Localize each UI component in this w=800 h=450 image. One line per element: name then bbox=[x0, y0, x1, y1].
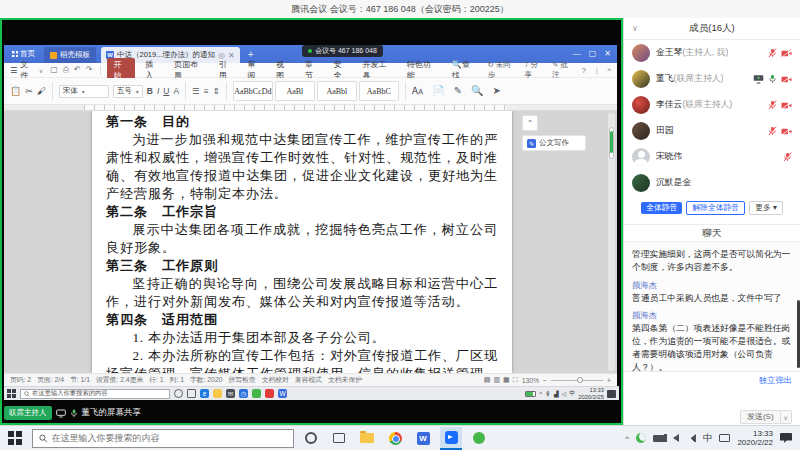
document-scrollbar[interactable] bbox=[608, 113, 615, 371]
status-compatibility-mode[interactable]: 兼容模式 bbox=[295, 375, 322, 385]
view-fullscreen-icon[interactable]: ⛶ bbox=[513, 376, 518, 384]
network-icon[interactable] bbox=[686, 434, 696, 442]
mic-muted-icon[interactable] bbox=[768, 48, 777, 58]
member-row[interactable]: 沉默是金 bbox=[624, 170, 800, 196]
taskbar-search-box[interactable] bbox=[32, 429, 294, 448]
text-tools-icon[interactable]: 🗛 bbox=[412, 85, 423, 97]
member-row[interactable]: 宋晓伟 bbox=[624, 144, 800, 170]
mic-muted-icon[interactable] bbox=[768, 100, 777, 110]
mail-icon[interactable]: ✉ bbox=[226, 389, 235, 398]
share-button[interactable]: ⤴ 分享 bbox=[525, 60, 545, 80]
file-explorer-button[interactable] bbox=[356, 427, 378, 450]
green-app-icon[interactable] bbox=[252, 389, 261, 398]
sync-status[interactable]: ↻ 未同步 bbox=[487, 60, 517, 80]
action-center-icon[interactable] bbox=[607, 390, 616, 398]
style-chip-heading3[interactable]: AaBbC bbox=[359, 81, 399, 101]
document-page[interactable]: 第一条 目的 为进一步加强和规范中达集团宣传工作，维护宣传工作的严肃性和权威性，… bbox=[92, 111, 512, 373]
tray-expand-icon[interactable]: ^ bbox=[625, 434, 629, 443]
more-button[interactable]: 更多 ▾ bbox=[749, 201, 783, 216]
edge-icon[interactable]: e bbox=[200, 389, 209, 398]
task-view-button[interactable] bbox=[328, 427, 350, 450]
member-row[interactable]: 董飞(联席主持人) bbox=[624, 66, 800, 92]
send-button[interactable]: 发送(S) bbox=[740, 410, 781, 424]
shared-clock[interactable]: 13:33 2020/2/25 bbox=[578, 387, 604, 400]
green-app-button[interactable] bbox=[468, 427, 490, 450]
close-button[interactable]: ✕ bbox=[604, 50, 611, 58]
wps-button[interactable]: W bbox=[412, 427, 434, 450]
wps-docer-tab[interactable]: 稻壳模板 bbox=[44, 47, 96, 63]
tencent-meeting-button-active[interactable] bbox=[440, 427, 462, 450]
chat-message-list[interactable]: 管理实施细则，这两个是否可以简化为一个制度，许多内容差不多。 颜海杰 普通员工中… bbox=[624, 242, 800, 371]
comment-button[interactable]: ✎ 批注 bbox=[552, 60, 575, 80]
print-icon[interactable]: ⎙ bbox=[63, 65, 69, 75]
camera-off-icon[interactable] bbox=[781, 127, 792, 136]
help-icon[interactable]: ? bbox=[582, 66, 586, 75]
zoom-out-button[interactable]: − bbox=[543, 377, 547, 384]
align-left-icon[interactable]: ☰ bbox=[192, 86, 200, 96]
member-row[interactable]: 田园 bbox=[624, 118, 800, 144]
status-word-count[interactable]: 字数: 2020 bbox=[190, 375, 223, 385]
start-button[interactable] bbox=[8, 431, 22, 445]
save-icon[interactable]: ▢ bbox=[50, 65, 58, 75]
tray-expand-icon[interactable]: ^ bbox=[539, 391, 542, 397]
italic-button[interactable]: I bbox=[157, 86, 159, 96]
official-doc-writing-button[interactable]: ✎ 公文写作 bbox=[522, 135, 586, 151]
action-center-icon[interactable] bbox=[780, 433, 792, 443]
style-chip-heading2[interactable]: AaBbl bbox=[317, 81, 357, 101]
zoom-level[interactable]: 130% bbox=[522, 377, 539, 384]
clock[interactable]: 13:33 2020/2/22 bbox=[737, 429, 773, 447]
ime-indicator[interactable]: 中 bbox=[703, 432, 713, 445]
qq-icon[interactable] bbox=[265, 389, 274, 398]
chat-text-input[interactable] bbox=[632, 386, 792, 410]
clock-app-icon[interactable]: ◷ bbox=[239, 389, 248, 398]
font-size-select[interactable]: 五号▾ bbox=[113, 85, 143, 98]
volume-icon[interactable]: ◁ bbox=[562, 390, 567, 397]
battery-icon[interactable] bbox=[525, 391, 536, 397]
mic-on-icon[interactable] bbox=[768, 74, 777, 84]
font-name-select[interactable]: 宋体▾ bbox=[59, 85, 109, 98]
popout-chat-link[interactable]: 独立弹出 bbox=[759, 375, 792, 386]
cortana-icon[interactable] bbox=[174, 389, 183, 398]
align-center-icon[interactable]: ≡ bbox=[204, 86, 209, 96]
paste-icon[interactable]: 📋 bbox=[10, 86, 21, 96]
mic-muted-icon[interactable] bbox=[768, 126, 777, 136]
collapse-ribbon-icon[interactable]: ^ bbox=[607, 66, 611, 75]
font-color-button[interactable]: A bbox=[173, 86, 179, 96]
wps-taskbar-icon[interactable]: W bbox=[278, 389, 287, 398]
cortana-button[interactable] bbox=[300, 427, 322, 450]
minimize-button[interactable]: — bbox=[573, 50, 581, 58]
volume-icon[interactable] bbox=[673, 434, 679, 442]
member-row[interactable]: 李佳云(联席主持人) bbox=[624, 92, 800, 118]
network-icon[interactable]: ▟ bbox=[554, 390, 559, 397]
edit-pen-icon[interactable]: ✎ bbox=[454, 85, 462, 97]
style-chip-heading1[interactable]: AaBl bbox=[275, 81, 315, 101]
mute-all-button[interactable]: 全体静音 bbox=[641, 202, 682, 215]
format-painter-icon[interactable]: 🖌 bbox=[37, 86, 46, 96]
send-options-caret[interactable]: ∨ bbox=[781, 410, 792, 424]
redo-icon[interactable]: ↷ bbox=[86, 65, 93, 75]
view-mode-icon[interactable]: ▤ bbox=[484, 376, 491, 384]
mic-tray-icon[interactable]: 🎙 bbox=[545, 391, 551, 397]
meeting-floating-badge[interactable]: 会议号 467 186 048 bbox=[302, 45, 383, 57]
style-chip-normal[interactable]: AaBbCcDd bbox=[233, 81, 273, 101]
view-web-icon[interactable]: ▦ bbox=[503, 376, 510, 384]
status-spellcheck[interactable]: 拼写检查 bbox=[228, 375, 255, 385]
touch-keyboard-icon[interactable] bbox=[719, 434, 730, 442]
tray-green-app-icon[interactable] bbox=[636, 433, 646, 443]
line-spacing-icon[interactable]: ⇕ bbox=[213, 86, 220, 96]
bold-button[interactable]: B bbox=[147, 86, 153, 96]
cut-icon[interactable]: ✂ bbox=[25, 86, 33, 96]
shared-search-box[interactable]: 在这里输入你要搜索的内容 bbox=[20, 389, 170, 399]
file-explorer-icon[interactable] bbox=[213, 389, 222, 398]
member-row[interactable]: 金王琴(主持人, 我) bbox=[624, 40, 800, 66]
shared-start-button[interactable] bbox=[7, 389, 16, 398]
camera-off-icon[interactable] bbox=[781, 75, 792, 84]
select-cursor-icon[interactable]: ➤ bbox=[493, 85, 501, 97]
status-protection[interactable]: 文档未保护 bbox=[328, 375, 362, 385]
undo-icon[interactable]: ↶ bbox=[74, 65, 81, 75]
camera-off-icon[interactable] bbox=[781, 101, 792, 110]
find-replace-icon[interactable]: 🔍 bbox=[471, 85, 483, 97]
ime-indicator[interactable]: 中 bbox=[569, 389, 575, 398]
mic-muted-icon[interactable] bbox=[783, 152, 792, 162]
more-icon[interactable]: ⋮ bbox=[593, 66, 601, 75]
